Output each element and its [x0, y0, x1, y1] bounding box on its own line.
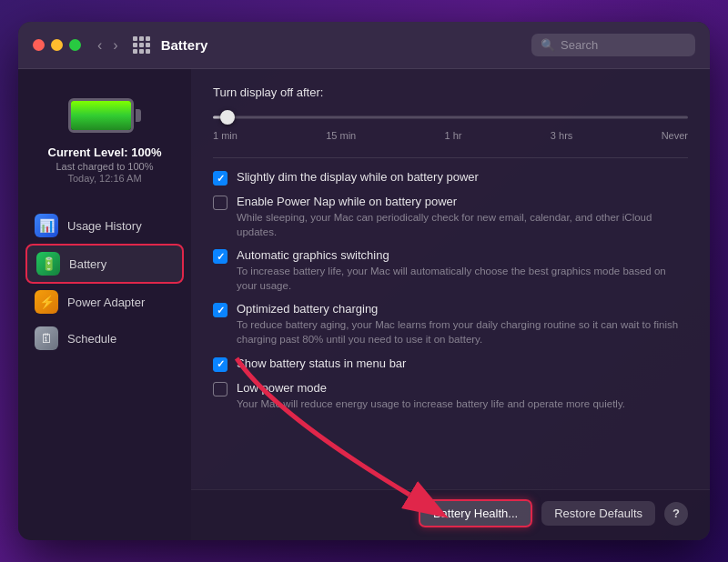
system-preferences-window: ‹ › Battery 🔍 [18, 22, 710, 540]
setting-row-power-nap: Enable Power Nap while on battery power … [213, 190, 688, 244]
search-icon: 🔍 [541, 38, 555, 52]
setting-row-low-power: Low power mode Your Mac will reduce ener… [213, 376, 688, 416]
tick-never: Never [662, 130, 688, 141]
settings-content: Turn display off after: 1 min 15 min 1 h… [191, 69, 710, 489]
divider [213, 157, 688, 158]
battery-charge-time: Today, 12:16 AM [67, 173, 141, 184]
slider-thumb[interactable] [220, 110, 235, 125]
nav-arrows: ‹ › [94, 35, 122, 55]
checkbox-dim-display[interactable] [213, 171, 228, 186]
sidebar-nav: 📊 Usage History 🔋 Battery ⚡ Power Adapte… [18, 207, 191, 356]
sidebar: Current Level: 100% Last charged to 100%… [18, 69, 191, 540]
setting-row-optimized: Optimized battery charging To reduce bat… [213, 297, 688, 351]
setting-desc-low-power: Your Mac will reduce energy usage to inc… [237, 396, 688, 411]
setting-desc-optimized: To reduce battery aging, your Mac learns… [237, 317, 688, 346]
setting-title-graphics: Automatic graphics switching [237, 248, 688, 262]
setting-title-low-power: Low power mode [237, 381, 688, 395]
sidebar-item-usage-history[interactable]: 📊 Usage History [25, 207, 184, 244]
setting-content-menu: Show battery status in menu bar [237, 356, 688, 372]
tick-1min: 1 min [213, 130, 238, 141]
titlebar: ‹ › Battery 🔍 [18, 22, 710, 69]
setting-desc-graphics: To increase battery life, your Mac will … [237, 264, 688, 293]
grid-dot [133, 49, 137, 54]
grid-dot [139, 49, 144, 54]
battery-nub [136, 109, 141, 122]
checkbox-low-power[interactable] [213, 382, 228, 396]
grid-dot [146, 36, 150, 41]
tick-1hr: 1 hr [445, 130, 462, 141]
setting-title-dim: Slightly dim the display while on batter… [237, 170, 688, 184]
back-button[interactable]: ‹ [94, 35, 106, 55]
tick-3hrs: 3 hrs [551, 130, 572, 141]
setting-title-power-nap: Enable Power Nap while on battery power [237, 195, 688, 208]
grid-dot [146, 43, 150, 47]
window-title: Battery [161, 37, 531, 53]
battery-fill [71, 101, 131, 130]
battery-body [68, 98, 134, 133]
main-content: Current Level: 100% Last charged to 100%… [18, 69, 710, 540]
sidebar-item-battery[interactable]: 🔋 Battery [25, 244, 184, 284]
search-input[interactable] [561, 38, 686, 52]
maximize-button[interactable] [69, 39, 81, 51]
setting-title-optimized: Optimized battery charging [237, 302, 688, 316]
grid-dot [139, 36, 144, 41]
battery-icon [68, 96, 141, 135]
help-button[interactable]: ? [664, 502, 688, 526]
battery-icon-nav: 🔋 [36, 252, 60, 276]
checkbox-power-nap[interactable] [213, 196, 228, 210]
setting-content-optimized: Optimized battery charging To reduce bat… [237, 302, 688, 346]
battery-level-label: Current Level: 100% [48, 146, 162, 159]
setting-content-graphics: Automatic graphics switching To increase… [237, 248, 688, 293]
grid-icon[interactable] [133, 36, 150, 54]
checkbox-auto-graphics[interactable] [213, 249, 228, 264]
sidebar-item-label: Power Adapter [67, 296, 145, 309]
slider-ticks: 1 min 15 min 1 hr 3 hrs Never [213, 130, 688, 141]
setting-row-dim-display: Slightly dim the display while on batter… [213, 166, 688, 190]
grid-dot [146, 49, 150, 54]
checkbox-show-status[interactable] [213, 357, 228, 372]
close-button[interactable] [33, 39, 45, 51]
slider-wrapper[interactable] [213, 108, 688, 126]
footer: Battery Health... Restore Defaults ? [191, 489, 710, 540]
battery-widget: Current Level: 100% Last charged to 100%… [18, 87, 191, 200]
setting-content-low-power: Low power mode Your Mac will reduce ener… [237, 381, 688, 411]
sidebar-item-label: Battery [69, 257, 106, 271]
sidebar-item-label: Schedule [67, 332, 116, 346]
sidebar-item-power-adapter[interactable]: ⚡ Power Adapter [25, 284, 184, 320]
setting-title-menu: Show battery status in menu bar [237, 356, 688, 370]
grid-dot [139, 43, 144, 47]
minimize-button[interactable] [51, 39, 63, 51]
grid-dot [133, 43, 137, 47]
sidebar-item-schedule[interactable]: 🗓 Schedule [25, 320, 184, 356]
setting-content-dim: Slightly dim the display while on batter… [237, 170, 688, 186]
battery-health-button[interactable]: Battery Health... [419, 499, 532, 527]
sidebar-item-label: Usage History [67, 219, 142, 233]
usage-history-icon: 📊 [35, 214, 58, 237]
power-adapter-icon: ⚡ [35, 290, 58, 314]
traffic-lights [33, 39, 81, 51]
battery-last-charged: Last charged to 100% [56, 161, 153, 172]
slider-label: Turn display off after: [213, 85, 688, 99]
slider-track [213, 116, 688, 119]
display-sleep-slider-section: Turn display off after: 1 min 15 min 1 h… [213, 85, 688, 141]
checkbox-optimized-charging[interactable] [213, 303, 228, 317]
tick-15min: 15 min [326, 130, 356, 141]
setting-row-auto-graphics: Automatic graphics switching To increase… [213, 244, 688, 297]
setting-desc-power-nap: While sleeping, your Mac can periodicall… [237, 210, 688, 239]
restore-defaults-button[interactable]: Restore Defaults [541, 501, 655, 526]
search-box[interactable]: 🔍 [531, 34, 695, 56]
grid-dot [133, 36, 137, 41]
setting-row-menu-bar: Show battery status in menu bar [213, 352, 688, 376]
setting-content-power-nap: Enable Power Nap while on battery power … [237, 195, 688, 239]
schedule-icon: 🗓 [35, 326, 58, 350]
forward-button[interactable]: › [109, 35, 121, 55]
